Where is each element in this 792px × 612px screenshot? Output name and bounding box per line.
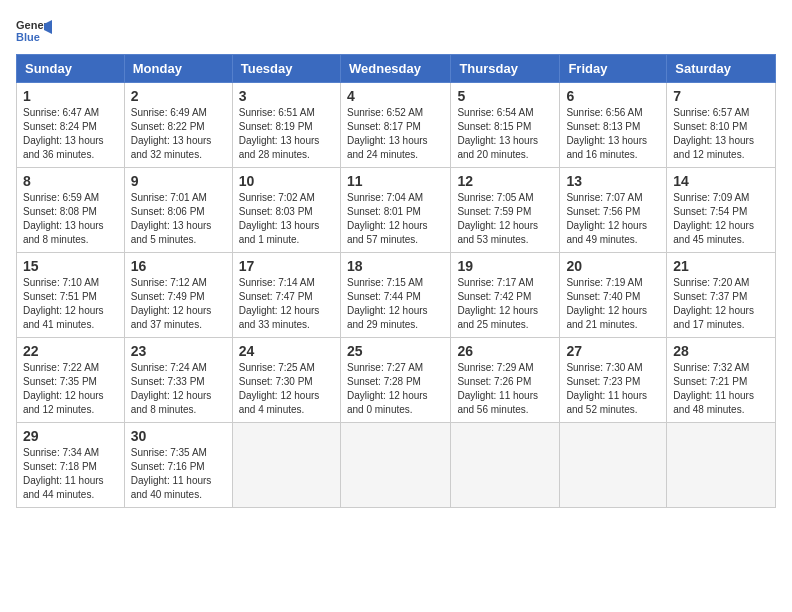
day-number: 7 [673,88,769,104]
day-number: 2 [131,88,226,104]
col-header-tuesday: Tuesday [232,55,340,83]
day-info: Sunrise: 7:01 AM Sunset: 8:06 PM Dayligh… [131,191,226,247]
day-cell: 6Sunrise: 6:56 AM Sunset: 8:13 PM Daylig… [560,83,667,168]
week-row-2: 8Sunrise: 6:59 AM Sunset: 8:08 PM Daylig… [17,168,776,253]
day-info: Sunrise: 7:35 AM Sunset: 7:16 PM Dayligh… [131,446,226,502]
day-cell: 7Sunrise: 6:57 AM Sunset: 8:10 PM Daylig… [667,83,776,168]
week-row-3: 15Sunrise: 7:10 AM Sunset: 7:51 PM Dayli… [17,253,776,338]
day-number: 22 [23,343,118,359]
day-cell: 19Sunrise: 7:17 AM Sunset: 7:42 PM Dayli… [451,253,560,338]
day-cell: 13Sunrise: 7:07 AM Sunset: 7:56 PM Dayli… [560,168,667,253]
day-info: Sunrise: 6:52 AM Sunset: 8:17 PM Dayligh… [347,106,444,162]
day-number: 30 [131,428,226,444]
day-cell [560,423,667,508]
day-number: 5 [457,88,553,104]
day-cell: 20Sunrise: 7:19 AM Sunset: 7:40 PM Dayli… [560,253,667,338]
day-cell: 3Sunrise: 6:51 AM Sunset: 8:19 PM Daylig… [232,83,340,168]
col-header-wednesday: Wednesday [340,55,450,83]
day-cell: 26Sunrise: 7:29 AM Sunset: 7:26 PM Dayli… [451,338,560,423]
day-cell: 29Sunrise: 7:34 AM Sunset: 7:18 PM Dayli… [17,423,125,508]
day-info: Sunrise: 7:27 AM Sunset: 7:28 PM Dayligh… [347,361,444,417]
day-number: 1 [23,88,118,104]
day-number: 3 [239,88,334,104]
day-number: 4 [347,88,444,104]
day-cell [451,423,560,508]
day-cell: 15Sunrise: 7:10 AM Sunset: 7:51 PM Dayli… [17,253,125,338]
day-info: Sunrise: 6:56 AM Sunset: 8:13 PM Dayligh… [566,106,660,162]
day-info: Sunrise: 6:51 AM Sunset: 8:19 PM Dayligh… [239,106,334,162]
day-cell: 18Sunrise: 7:15 AM Sunset: 7:44 PM Dayli… [340,253,450,338]
day-number: 13 [566,173,660,189]
day-number: 29 [23,428,118,444]
day-info: Sunrise: 7:30 AM Sunset: 7:23 PM Dayligh… [566,361,660,417]
day-info: Sunrise: 7:17 AM Sunset: 7:42 PM Dayligh… [457,276,553,332]
day-cell: 1Sunrise: 6:47 AM Sunset: 8:24 PM Daylig… [17,83,125,168]
day-number: 11 [347,173,444,189]
day-number: 25 [347,343,444,359]
day-number: 28 [673,343,769,359]
day-cell: 12Sunrise: 7:05 AM Sunset: 7:59 PM Dayli… [451,168,560,253]
day-cell: 21Sunrise: 7:20 AM Sunset: 7:37 PM Dayli… [667,253,776,338]
day-cell: 2Sunrise: 6:49 AM Sunset: 8:22 PM Daylig… [124,83,232,168]
day-info: Sunrise: 7:29 AM Sunset: 7:26 PM Dayligh… [457,361,553,417]
page-header: General Blue [16,16,776,44]
week-row-4: 22Sunrise: 7:22 AM Sunset: 7:35 PM Dayli… [17,338,776,423]
day-cell: 25Sunrise: 7:27 AM Sunset: 7:28 PM Dayli… [340,338,450,423]
col-header-saturday: Saturday [667,55,776,83]
svg-text:Blue: Blue [16,31,40,43]
logo-icon: General Blue [16,16,52,44]
day-cell: 9Sunrise: 7:01 AM Sunset: 8:06 PM Daylig… [124,168,232,253]
day-number: 6 [566,88,660,104]
calendar-table: SundayMondayTuesdayWednesdayThursdayFrid… [16,54,776,508]
day-number: 10 [239,173,334,189]
day-number: 15 [23,258,118,274]
logo: General Blue [16,16,52,44]
day-info: Sunrise: 7:14 AM Sunset: 7:47 PM Dayligh… [239,276,334,332]
col-header-thursday: Thursday [451,55,560,83]
day-info: Sunrise: 7:15 AM Sunset: 7:44 PM Dayligh… [347,276,444,332]
day-number: 19 [457,258,553,274]
day-info: Sunrise: 7:04 AM Sunset: 8:01 PM Dayligh… [347,191,444,247]
day-number: 24 [239,343,334,359]
day-info: Sunrise: 7:02 AM Sunset: 8:03 PM Dayligh… [239,191,334,247]
day-info: Sunrise: 6:57 AM Sunset: 8:10 PM Dayligh… [673,106,769,162]
day-number: 8 [23,173,118,189]
day-number: 27 [566,343,660,359]
day-number: 21 [673,258,769,274]
day-number: 14 [673,173,769,189]
day-number: 18 [347,258,444,274]
day-number: 9 [131,173,226,189]
day-cell [667,423,776,508]
day-cell: 16Sunrise: 7:12 AM Sunset: 7:49 PM Dayli… [124,253,232,338]
day-cell: 28Sunrise: 7:32 AM Sunset: 7:21 PM Dayli… [667,338,776,423]
day-cell: 5Sunrise: 6:54 AM Sunset: 8:15 PM Daylig… [451,83,560,168]
day-info: Sunrise: 7:22 AM Sunset: 7:35 PM Dayligh… [23,361,118,417]
day-info: Sunrise: 7:19 AM Sunset: 7:40 PM Dayligh… [566,276,660,332]
day-info: Sunrise: 7:12 AM Sunset: 7:49 PM Dayligh… [131,276,226,332]
day-info: Sunrise: 6:54 AM Sunset: 8:15 PM Dayligh… [457,106,553,162]
day-info: Sunrise: 6:49 AM Sunset: 8:22 PM Dayligh… [131,106,226,162]
day-number: 26 [457,343,553,359]
day-cell: 23Sunrise: 7:24 AM Sunset: 7:33 PM Dayli… [124,338,232,423]
day-cell: 22Sunrise: 7:22 AM Sunset: 7:35 PM Dayli… [17,338,125,423]
day-info: Sunrise: 7:24 AM Sunset: 7:33 PM Dayligh… [131,361,226,417]
day-info: Sunrise: 7:25 AM Sunset: 7:30 PM Dayligh… [239,361,334,417]
day-number: 16 [131,258,226,274]
col-header-monday: Monday [124,55,232,83]
day-cell [340,423,450,508]
day-cell: 30Sunrise: 7:35 AM Sunset: 7:16 PM Dayli… [124,423,232,508]
day-cell: 17Sunrise: 7:14 AM Sunset: 7:47 PM Dayli… [232,253,340,338]
day-number: 20 [566,258,660,274]
day-info: Sunrise: 7:05 AM Sunset: 7:59 PM Dayligh… [457,191,553,247]
col-header-sunday: Sunday [17,55,125,83]
day-cell: 11Sunrise: 7:04 AM Sunset: 8:01 PM Dayli… [340,168,450,253]
day-cell: 14Sunrise: 7:09 AM Sunset: 7:54 PM Dayli… [667,168,776,253]
day-number: 23 [131,343,226,359]
calendar-header-row: SundayMondayTuesdayWednesdayThursdayFrid… [17,55,776,83]
day-number: 12 [457,173,553,189]
day-cell: 10Sunrise: 7:02 AM Sunset: 8:03 PM Dayli… [232,168,340,253]
day-cell: 24Sunrise: 7:25 AM Sunset: 7:30 PM Dayli… [232,338,340,423]
day-info: Sunrise: 7:09 AM Sunset: 7:54 PM Dayligh… [673,191,769,247]
week-row-5: 29Sunrise: 7:34 AM Sunset: 7:18 PM Dayli… [17,423,776,508]
day-info: Sunrise: 7:20 AM Sunset: 7:37 PM Dayligh… [673,276,769,332]
